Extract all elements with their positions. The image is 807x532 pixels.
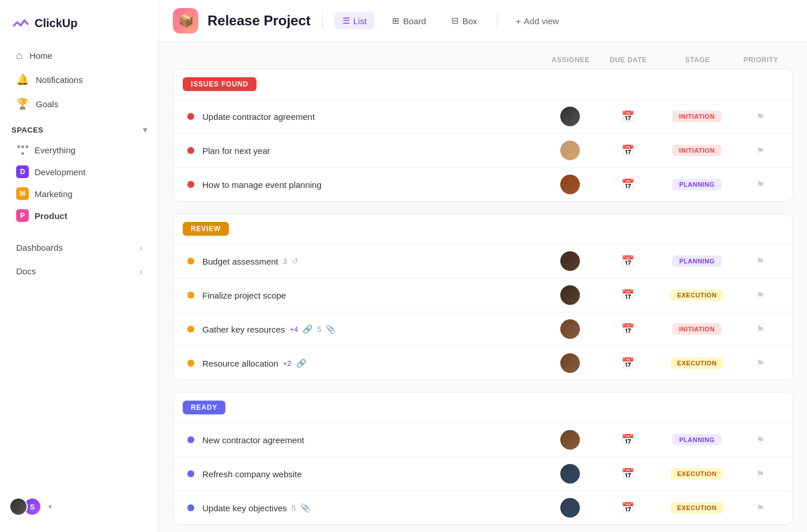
everything-label: Everything <box>35 145 76 155</box>
sidebar-item-home[interactable]: ⌂ Home <box>5 44 154 67</box>
task-status-dot <box>187 181 194 188</box>
section-header-issues: ISSUES FOUND <box>174 69 793 99</box>
task-duedate: 📅 <box>599 178 657 191</box>
user-area[interactable]: S ▾ <box>0 491 159 523</box>
logo-text: ClickUp <box>35 17 77 30</box>
flag-icon: ⚑ <box>756 358 764 369</box>
dashboards-label: Dashboards <box>16 243 63 252</box>
tab-board[interactable]: ⊞ Board <box>384 12 434 29</box>
task-row[interactable]: New contractor agreement 📅 PLANNING ⚑ <box>174 422 793 456</box>
col-header-assignee: ASSIGNEE <box>542 56 599 64</box>
extra-count: +4 <box>289 325 298 334</box>
task-row[interactable]: Resource allocation +2 🔗 📅 EXECUTION ⚑ <box>174 346 793 380</box>
box-label: Box <box>462 16 477 26</box>
task-duedate: 📅 <box>599 144 657 157</box>
product-badge: P <box>16 209 29 222</box>
flag-icon: ⚑ <box>756 111 764 122</box>
stage-badge: INITIATION <box>672 323 722 335</box>
calendar-icon: 📅 <box>621 289 634 301</box>
attachment-icon: 📎 <box>326 325 335 334</box>
table-headers: ASSIGNEE DUE DATE STAGE PRIORITY <box>173 56 793 69</box>
task-duedate: 📅 <box>599 357 657 369</box>
bell-icon: 🔔 <box>16 73 29 86</box>
avatar <box>560 430 580 450</box>
task-row[interactable]: How to manage event planning 📅 PLANNING … <box>174 167 793 201</box>
task-priority: ⚑ <box>737 503 783 514</box>
task-row[interactable]: Finalize project scope 📅 EXECUTION ⚑ <box>174 278 793 312</box>
development-label: Development <box>35 167 85 177</box>
avatar <box>560 353 580 373</box>
sidebar-item-development[interactable]: D Development <box>5 161 154 183</box>
stage-badge: EXECUTION <box>670 289 724 301</box>
avatar-group: S <box>9 497 42 516</box>
task-name: Update contractor agreement <box>202 112 541 122</box>
avatar <box>560 251 580 271</box>
task-stage: EXECUTION <box>657 289 737 301</box>
avatar-primary <box>9 497 28 516</box>
sidebar-item-everything[interactable]: Everything <box>5 139 154 161</box>
sidebar-item-product[interactable]: P Product <box>5 205 154 227</box>
attachment-count: 5 <box>292 504 296 512</box>
flag-icon: ⚑ <box>756 256 764 267</box>
plus-icon: + <box>516 16 521 26</box>
task-assignee <box>541 353 599 373</box>
home-icon: ⌂ <box>16 50 22 62</box>
flag-icon: ⚑ <box>756 435 764 446</box>
section-badge-issues: ISSUES FOUND <box>183 77 257 91</box>
task-assignee <box>541 141 599 160</box>
logo-area: ClickUp <box>0 9 159 44</box>
task-priority: ⚑ <box>737 290 783 301</box>
chevron-right-icon: › <box>139 266 142 276</box>
flag-icon: ⚑ <box>756 290 764 301</box>
task-priority: ⚑ <box>737 358 783 369</box>
flag-icon: ⚑ <box>756 503 764 514</box>
task-row[interactable]: Gather key resources +4 🔗 5 📎 📅 INITIATI… <box>174 312 793 346</box>
chevron-right-icon: › <box>139 243 142 252</box>
avatar <box>560 107 580 126</box>
task-priority: ⚑ <box>737 111 783 122</box>
flag-icon: ⚑ <box>756 469 764 480</box>
task-stage: EXECUTION <box>657 502 737 514</box>
task-row[interactable]: Budget assessment 3 ↺ 📅 PLANNING ⚑ <box>174 244 793 278</box>
page-title: Release Project <box>208 13 311 29</box>
task-priority: ⚑ <box>737 179 783 190</box>
task-priority: ⚑ <box>737 435 783 446</box>
task-stage: EXECUTION <box>657 468 737 480</box>
marketing-label: Marketing <box>35 189 73 199</box>
task-row[interactable]: Update contractor agreement 📅 INITIATION… <box>174 99 793 133</box>
tab-box[interactable]: ⊟ Box <box>443 12 485 29</box>
sidebar-item-notifications[interactable]: 🔔 Notifications <box>5 67 154 92</box>
list-label: List <box>353 16 367 26</box>
task-status-dot <box>187 147 194 154</box>
task-row[interactable]: Plan for next year 📅 INITIATION ⚑ <box>174 133 793 167</box>
development-badge: D <box>16 165 29 178</box>
stage-badge: PLANNING <box>672 255 721 267</box>
task-stage: PLANNING <box>657 255 737 267</box>
sidebar-item-marketing[interactable]: M Marketing <box>5 183 154 205</box>
task-name: Plan for next year <box>202 146 541 156</box>
avatar <box>560 175 580 194</box>
section-ready: READY New contractor agreement 📅 PLANNIN… <box>173 392 793 525</box>
task-assignee <box>541 175 599 194</box>
header-divider-2 <box>497 13 497 29</box>
spaces-label: Spaces <box>12 126 44 134</box>
task-row[interactable]: Refresh company website 📅 EXECUTION ⚑ <box>174 456 793 491</box>
task-name: Finalize project scope <box>202 290 541 300</box>
spaces-header: Spaces ▾ <box>0 116 159 139</box>
marketing-badge: M <box>16 187 29 200</box>
sidebar-item-dashboards[interactable]: Dashboards › <box>5 236 154 259</box>
flag-icon: ⚑ <box>756 145 764 156</box>
task-status-dot <box>187 504 194 511</box>
task-stage: PLANNING <box>657 434 737 446</box>
task-name: Gather key resources +4 🔗 5 📎 <box>202 325 541 334</box>
tab-list[interactable]: ☰ List <box>334 12 375 29</box>
task-name: How to manage event planning <box>202 180 541 190</box>
task-name: Resource allocation +2 🔗 <box>202 359 541 368</box>
add-view-button[interactable]: + Add view <box>509 13 566 29</box>
stage-badge: PLANNING <box>672 179 721 190</box>
board-label: Board <box>403 16 426 26</box>
sidebar-item-docs[interactable]: Docs › <box>5 259 154 283</box>
section-header-review: REVIEW <box>174 214 793 244</box>
task-row[interactable]: Update key objectives 5 📎 📅 EXECUTION ⚑ <box>174 491 793 525</box>
sidebar-item-goals[interactable]: 🏆 Goals <box>5 92 154 116</box>
